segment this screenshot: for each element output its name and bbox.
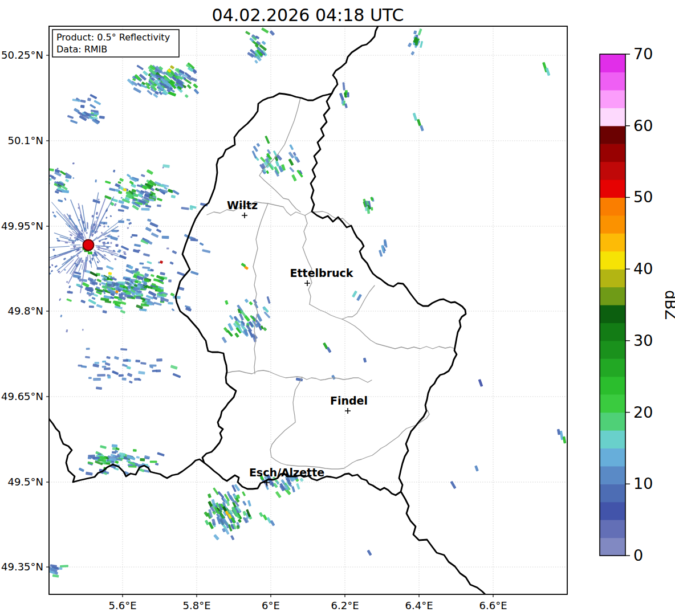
- radar-map-svg: 04.02.2026 04:18 UTC WiltzEttelbruckFind…: [0, 0, 675, 616]
- x-tick-label: 6°E: [262, 599, 280, 611]
- radar-site-layer: [83, 240, 94, 251]
- echo-cell: [93, 378, 101, 381]
- echo-cell: [112, 444, 117, 447]
- colorbar-cell: [600, 358, 625, 377]
- echo-cell: [126, 292, 131, 295]
- colorbar-cell: [600, 394, 625, 413]
- echo-cell: [59, 567, 62, 570]
- echo-cell: [123, 359, 128, 361]
- colorbar-cell: [600, 323, 625, 341]
- echo-cell: [104, 368, 111, 370]
- echo-cell: [156, 358, 162, 362]
- colorbar-cell: [600, 377, 625, 395]
- colorbar-tick-label: 20: [633, 403, 653, 421]
- echo-cell: [82, 329, 84, 331]
- echo-cell: [136, 296, 141, 299]
- echo-cell: [168, 279, 172, 282]
- colorbar-cell: [600, 162, 625, 180]
- echo-cell: [141, 208, 149, 211]
- echo-cell: [110, 242, 112, 244]
- colorbar-cell: [600, 126, 625, 144]
- x-tick-label: 6.4°E: [405, 599, 433, 611]
- x-tick-label: 6.2°E: [331, 599, 359, 611]
- echo-cell: [103, 244, 105, 246]
- echo-cell: [120, 348, 127, 350]
- colorbar-cell: [600, 108, 625, 126]
- city-label: Ettelbruck: [290, 267, 353, 279]
- colorbar-tick-label: 50: [633, 188, 653, 206]
- colorbar-cell: [600, 413, 625, 431]
- echo-cell: [97, 374, 105, 377]
- y-tick-label: 49.5°N: [7, 476, 43, 488]
- echo-cell: [384, 240, 387, 246]
- clutter-spoke: [88, 255, 88, 260]
- echo-cell: [150, 460, 157, 463]
- colorbar-cell: [600, 54, 625, 72]
- echo-cell: [65, 242, 68, 243]
- echo-cell: [86, 348, 90, 350]
- colorbar-tick-label: 60: [633, 117, 653, 134]
- echo-cell: [128, 285, 131, 288]
- echo-cell: [125, 278, 130, 281]
- echo-cell: [135, 360, 140, 362]
- colorbar-cell: [600, 269, 625, 287]
- colorbar-cell: [600, 484, 625, 502]
- echo-cell: [122, 377, 127, 381]
- y-tick-label: 49.35°N: [1, 561, 43, 573]
- product-info-box: Product: 0.5° Reflectivity Data: RMIB: [52, 30, 179, 57]
- colorbar-tick-label: 10: [633, 475, 653, 492]
- echo-cell: [80, 105, 85, 108]
- colorbar-cell: [600, 72, 625, 90]
- city-label: Wiltz: [227, 199, 258, 211]
- colorbar-tick-label: 30: [633, 332, 653, 349]
- colorbar-cell: [600, 305, 625, 323]
- colorbar-cell: [600, 215, 625, 234]
- colorbar-cell: [600, 144, 625, 162]
- echo-cell: [88, 293, 91, 296]
- y-tick-label: 49.65°N: [1, 390, 43, 402]
- echo-cell: [108, 376, 111, 378]
- colorbar-cell: [600, 520, 625, 538]
- echo-cell: [347, 92, 349, 97]
- colorbar-cell: [600, 90, 625, 108]
- echo-cell: [60, 565, 68, 567]
- echo-cell: [156, 369, 161, 372]
- echo-cell: [119, 374, 124, 377]
- y-tick-label: 50.1°N: [7, 134, 43, 146]
- colorbar-axis-label: dBZ: [662, 290, 675, 320]
- x-tick-label: 6.6°E: [479, 599, 507, 611]
- y-tick-label: 49.8°N: [7, 305, 43, 317]
- echo-cell: [88, 457, 92, 459]
- echo-cell: [93, 456, 100, 459]
- colorbar-tick-label: 0: [633, 546, 643, 564]
- echo-cell: [157, 205, 161, 207]
- echo-cell: [149, 364, 157, 366]
- echo-cell: [162, 236, 169, 239]
- echo-cell: [140, 458, 145, 462]
- radar-figure: 04.02.2026 04:18 UTC WiltzEttelbruckFind…: [0, 0, 675, 616]
- echo-cell: [95, 362, 99, 364]
- echo-cell: [86, 260, 87, 262]
- clutter-spoke: [87, 222, 88, 229]
- colorbar-cell: [600, 233, 625, 251]
- echo-cell: [117, 282, 125, 284]
- y-tick-label: 49.95°N: [1, 220, 43, 232]
- colorbar-cell: [600, 180, 625, 198]
- product-line: Product: 0.5° Reflectivity: [56, 32, 170, 43]
- echo-cell: [73, 246, 76, 247]
- colorbar-tick-label: 70: [633, 45, 653, 63]
- map-title: 04.02.2026 04:18 UTC: [212, 5, 404, 25]
- x-tick-label: 5.8°E: [183, 599, 211, 611]
- echo-cell: [137, 250, 140, 251]
- echo-cell: [102, 361, 106, 363]
- echo-cell: [107, 460, 111, 463]
- echo-cell: [95, 180, 97, 182]
- echo-cell: [166, 247, 169, 249]
- x-tick-label: 5.6°E: [109, 599, 137, 611]
- city-label: Findel: [330, 394, 368, 407]
- colorbar-cell: [600, 430, 625, 448]
- city-label: Esch/Alzette: [249, 466, 324, 479]
- colorbar-cell: [600, 287, 625, 305]
- colorbar-cell: [600, 466, 625, 484]
- radar-site-marker: [83, 240, 94, 251]
